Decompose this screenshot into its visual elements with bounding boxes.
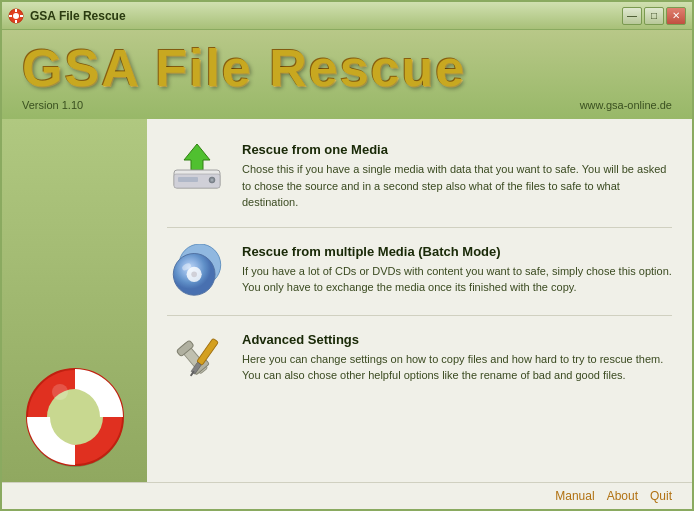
header-area: GSA File Rescue Version 1.10 www.gsa-onl… (2, 30, 692, 119)
rescue-multiple-title: Rescue from multiple Media (Batch Mode) (242, 244, 672, 259)
svg-rect-13 (178, 177, 198, 182)
advanced-settings-item[interactable]: Advanced Settings Here you can change se… (167, 324, 672, 395)
rescue-one-title: Rescue from one Media (242, 142, 672, 157)
rescue-one-desc: Chose this if you have a single media wi… (242, 161, 672, 211)
content-panel: Rescue from one Media Chose this if you … (147, 119, 692, 482)
title-buttons: — □ ✕ (622, 7, 686, 25)
minimize-button[interactable]: — (622, 7, 642, 25)
main-content: Rescue from one Media Chose this if you … (2, 119, 692, 482)
rescue-multiple-icon-container (167, 244, 227, 299)
title-bar-left: GSA File Rescue (8, 8, 126, 24)
main-window: GSA File Rescue — □ ✕ GSA File Rescue Ve… (0, 0, 694, 511)
window-icon (8, 8, 24, 24)
title-bar: GSA File Rescue — □ ✕ (2, 2, 692, 30)
svg-rect-3 (15, 20, 17, 23)
svg-rect-2 (15, 9, 17, 12)
hdd-icon (168, 142, 226, 192)
rescue-one-item[interactable]: Rescue from one Media Chose this if you … (167, 134, 672, 219)
quit-link[interactable]: Quit (650, 489, 672, 503)
advanced-settings-icon-container (167, 332, 227, 387)
rescue-multiple-text: Rescue from multiple Media (Batch Mode) … (242, 244, 672, 296)
manual-link[interactable]: Manual (555, 489, 594, 503)
close-button[interactable]: ✕ (666, 7, 686, 25)
advanced-settings-title: Advanced Settings (242, 332, 672, 347)
sidebar (2, 119, 147, 482)
tools-icon (168, 332, 226, 387)
svg-point-9 (52, 384, 68, 400)
svg-rect-5 (20, 15, 23, 17)
svg-point-1 (13, 13, 19, 19)
rescue-multiple-item[interactable]: Rescue from multiple Media (Batch Mode) … (167, 236, 672, 307)
svg-marker-10 (184, 144, 210, 170)
svg-rect-4 (9, 15, 12, 17)
advanced-settings-desc: Here you can change settings on how to c… (242, 351, 672, 384)
rescue-one-icon-container (167, 142, 227, 192)
advanced-settings-text: Advanced Settings Here you can change se… (242, 332, 672, 384)
svg-point-15 (211, 179, 214, 182)
rescue-multiple-desc: If you have a lot of CDs or DVDs with co… (242, 263, 672, 296)
version-label: Version 1.10 (22, 99, 672, 111)
dvd-icon (168, 244, 226, 299)
svg-point-21 (191, 271, 197, 277)
divider-1 (167, 227, 672, 228)
window-title: GSA File Rescue (30, 9, 126, 23)
footer: Manual About Quit (2, 482, 692, 509)
about-link[interactable]: About (607, 489, 638, 503)
divider-2 (167, 315, 672, 316)
website-label: www.gsa-online.de (580, 99, 672, 111)
app-title: GSA File Rescue (22, 40, 672, 97)
rescue-one-text: Rescue from one Media Chose this if you … (242, 142, 672, 211)
lifesaver-icon (20, 362, 130, 472)
maximize-button[interactable]: □ (644, 7, 664, 25)
